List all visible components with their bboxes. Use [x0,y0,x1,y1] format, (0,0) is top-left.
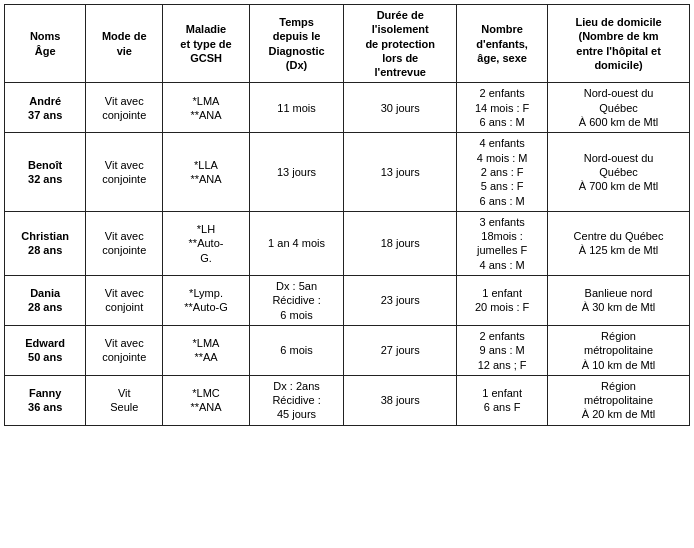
cell-enfants: 2 enfants 9 ans : M 12 ans ; F [457,325,548,375]
cell-mode_vie: Vit avec conjoint [86,276,163,326]
data-table: Noms Âge Mode de vie Maladie et type de … [4,4,690,426]
cell-isolement: 13 jours [344,133,457,211]
header-isolement: Durée de l'isolement de protection lors … [344,5,457,83]
cell-name: André 37 ans [5,83,86,133]
cell-enfants: 2 enfants 14 mois : F 6 ans : M [457,83,548,133]
cell-isolement: 23 jours [344,276,457,326]
cell-name: Edward 50 ans [5,325,86,375]
cell-maladie: *LLA **ANA [163,133,250,211]
cell-mode_vie: Vit avec conjointe [86,211,163,275]
cell-maladie: *LMA **AA [163,325,250,375]
cell-maladie: *LMC **ANA [163,375,250,425]
cell-enfants: 1 enfant 20 mois : F [457,276,548,326]
cell-isolement: 38 jours [344,375,457,425]
cell-temps: 11 mois [249,83,343,133]
table-row: Dania 28 ansVit avec conjoint*Lymp. **Au… [5,276,690,326]
cell-mode_vie: Vit avec conjointe [86,83,163,133]
header-domicile: Lieu de domicile (Nombre de km entre l'h… [548,5,690,83]
cell-maladie: *LH **Auto- G. [163,211,250,275]
cell-maladie: *LMA **ANA [163,83,250,133]
table-row: Edward 50 ansVit avec conjointe*LMA **AA… [5,325,690,375]
cell-isolement: 18 jours [344,211,457,275]
cell-domicile: Nord-ouest du Québec À 700 km de Mtl [548,133,690,211]
cell-enfants: 1 enfant 6 ans F [457,375,548,425]
cell-name: Dania 28 ans [5,276,86,326]
cell-isolement: 30 jours [344,83,457,133]
header-mode-vie: Mode de vie [86,5,163,83]
cell-temps: 6 mois [249,325,343,375]
table-row: André 37 ansVit avec conjointe*LMA **ANA… [5,83,690,133]
cell-domicile: Région métropolitaine À 10 km de Mtl [548,325,690,375]
cell-mode_vie: Vit Seule [86,375,163,425]
cell-temps: Dx : 5an Récidive : 6 mois [249,276,343,326]
header-enfants: Nombre d'enfants, âge, sexe [457,5,548,83]
cell-domicile: Région métropolitaine À 20 km de Mtl [548,375,690,425]
cell-mode_vie: Vit avec conjointe [86,325,163,375]
cell-name: Christian 28 ans [5,211,86,275]
cell-temps: 1 an 4 mois [249,211,343,275]
cell-maladie: *Lymp. **Auto-G [163,276,250,326]
table-row: Fanny 36 ansVit Seule*LMC **ANADx : 2ans… [5,375,690,425]
cell-temps: Dx : 2ans Récidive : 45 jours [249,375,343,425]
cell-enfants: 3 enfants 18mois : jumelles F 4 ans : M [457,211,548,275]
cell-name: Fanny 36 ans [5,375,86,425]
header-name: Noms Âge [5,5,86,83]
cell-name: Benoît 32 ans [5,133,86,211]
cell-enfants: 4 enfants 4 mois : M 2 ans : F 5 ans : F… [457,133,548,211]
cell-domicile: Centre du Québec À 125 km de Mtl [548,211,690,275]
cell-domicile: Nord-ouest du Québec À 600 km de Mtl [548,83,690,133]
table-row: Benoît 32 ansVit avec conjointe*LLA **AN… [5,133,690,211]
cell-temps: 13 jours [249,133,343,211]
cell-domicile: Banlieue nord À 30 km de Mtl [548,276,690,326]
table-row: Christian 28 ansVit avec conjointe*LH **… [5,211,690,275]
header-maladie: Maladie et type de GCSH [163,5,250,83]
cell-mode_vie: Vit avec conjointe [86,133,163,211]
header-temps: Temps depuis le Diagnostic (Dx) [249,5,343,83]
cell-isolement: 27 jours [344,325,457,375]
